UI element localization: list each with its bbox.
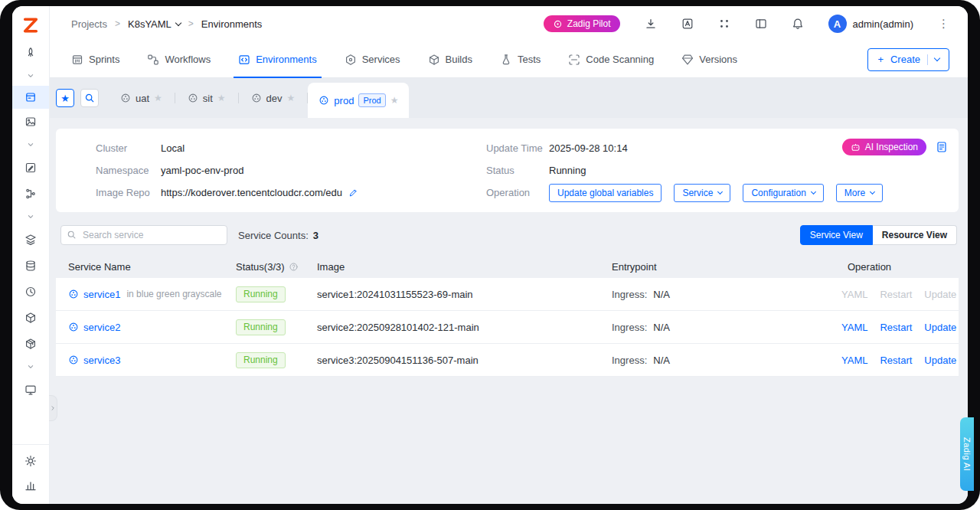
ingress-value: N/A: [653, 322, 670, 333]
yaml-link[interactable]: YAML: [841, 355, 867, 366]
update-link[interactable]: Update: [924, 322, 956, 333]
ai-inspection-button[interactable]: AI Inspection: [842, 139, 926, 155]
kebab-menu-icon[interactable]: ⋮: [938, 17, 949, 31]
service-view-button[interactable]: Service View: [800, 225, 873, 245]
tab-environments[interactable]: Environments: [238, 41, 316, 77]
env-tab-sit[interactable]: sit ★: [175, 78, 238, 118]
edit-square-icon[interactable]: [12, 155, 49, 181]
breadcrumb-project-dropdown[interactable]: K8sYAML: [128, 18, 181, 30]
breadcrumb-projects[interactable]: Projects: [71, 18, 107, 30]
download-icon[interactable]: [645, 18, 657, 30]
table-header: Service Name Status(3/3) Image Entrypoin…: [56, 255, 959, 278]
service-name-link[interactable]: service3: [83, 355, 120, 366]
zadig-ai-label: Zadig AI: [962, 437, 972, 471]
tab-label: Workflows: [165, 54, 211, 65]
update-link[interactable]: Update: [924, 355, 956, 366]
topbar-actions: Zadig Pilot A admin(admin) ⋮: [544, 15, 949, 33]
bar-chart-icon[interactable]: [12, 473, 49, 498]
zadig-ai-side-tab[interactable]: Zadig AI: [960, 417, 974, 491]
env-tab-label: uat: [136, 93, 149, 104]
notification-bell-icon[interactable]: [792, 18, 804, 30]
tab-builds[interactable]: Builds: [428, 41, 472, 77]
chevron-down-icon: [811, 188, 816, 194]
gallery-icon[interactable]: [12, 109, 49, 135]
favorite-star-icon[interactable]: ★: [287, 93, 296, 103]
service-circle-icon: [68, 355, 79, 365]
environment-tabs: uat ★ sit ★ dev ★: [108, 78, 409, 118]
apps-grid-icon[interactable]: [718, 18, 730, 30]
service-circle-icon: [68, 289, 79, 299]
status-badge: Running: [236, 352, 286, 368]
update-link: Update: [924, 289, 956, 300]
tab-versions[interactable]: Versions: [681, 41, 737, 77]
create-button[interactable]: + Create: [867, 48, 949, 71]
resource-view-button[interactable]: Resource View: [873, 225, 957, 245]
tab-tests[interactable]: Tests: [500, 41, 541, 77]
database-icon[interactable]: [12, 253, 49, 279]
cluster-label: Cluster: [96, 142, 161, 154]
tests-icon: [500, 54, 512, 66]
service-dropdown-button[interactable]: Service: [674, 184, 730, 202]
configuration-dropdown-button[interactable]: Configuration: [743, 184, 823, 202]
sprints-icon: [71, 54, 83, 66]
favorite-star-icon[interactable]: ★: [390, 95, 399, 106]
service-name-link[interactable]: service1: [83, 289, 120, 300]
breadcrumb-separator: >: [115, 18, 120, 29]
zadig-pilot-button[interactable]: Zadig Pilot: [544, 15, 620, 32]
service-name-link[interactable]: service2: [83, 322, 120, 333]
yaml-link: YAML: [841, 289, 867, 300]
update-time-value: 2025-09-28 10:14: [549, 142, 628, 154]
document-log-icon[interactable]: [936, 141, 948, 153]
sidebar: [12, 6, 50, 504]
chevron-down-icon[interactable]: [12, 66, 49, 86]
restart-link[interactable]: Restart: [880, 322, 912, 333]
monitor-icon[interactable]: [12, 377, 49, 403]
env-tab-uat[interactable]: uat ★: [108, 78, 175, 118]
layout-panel-icon[interactable]: [755, 18, 767, 30]
translate-icon[interactable]: [681, 18, 694, 30]
tab-code-scanning[interactable]: Code Scanning: [568, 41, 654, 77]
restart-link[interactable]: Restart: [880, 355, 912, 366]
favorite-star-icon[interactable]: ★: [217, 93, 226, 103]
favorite-star-icon[interactable]: ★: [154, 93, 162, 103]
box-icon[interactable]: [12, 305, 49, 331]
settings-gear-icon[interactable]: [12, 449, 49, 473]
col-service-name: Service Name: [68, 261, 236, 273]
search-service-input[interactable]: [60, 225, 227, 245]
main-area: Projects > K8sYAML > Environments Zadig …: [50, 6, 968, 504]
project-nav-tabs: Sprints Workflows Environments Services …: [50, 41, 968, 78]
more-dropdown-button[interactable]: More: [836, 184, 883, 202]
table-row: service1 in blue green grayscale Running…: [56, 278, 959, 311]
environments-icon: [238, 54, 250, 66]
chevron-down-icon[interactable]: [12, 207, 49, 227]
tab-sprints[interactable]: Sprints: [71, 41, 119, 77]
env-search-button[interactable]: [80, 89, 99, 107]
image-value: service1:20241031155523-69-main: [317, 289, 612, 300]
user-menu[interactable]: A admin(admin): [828, 15, 913, 33]
edit-pencil-icon[interactable]: [348, 188, 358, 198]
chevron-down-icon[interactable]: [12, 135, 49, 155]
sidebar-item-environments[interactable]: [12, 86, 49, 109]
layers-icon[interactable]: [12, 227, 49, 253]
package-icon[interactable]: [12, 331, 49, 357]
service-counts: Service Counts: 3: [238, 230, 318, 241]
tab-label: Services: [362, 54, 400, 65]
chevron-down-icon[interactable]: [12, 357, 49, 377]
tab-workflows[interactable]: Workflows: [147, 41, 211, 77]
rocket-icon[interactable]: [12, 40, 49, 66]
yaml-link[interactable]: YAML: [841, 322, 867, 333]
env-tab-dev[interactable]: dev ★: [239, 78, 308, 118]
zadig-logo-icon: [21, 15, 41, 35]
help-circle-icon[interactable]: [289, 262, 299, 272]
favorite-filter-button[interactable]: ★: [56, 89, 74, 107]
service-circle-icon: [68, 322, 79, 332]
clock-icon[interactable]: [12, 279, 49, 305]
env-tab-prod[interactable]: prod Prod ★: [308, 83, 409, 118]
tab-services[interactable]: Services: [345, 41, 400, 77]
status-label: Status: [486, 165, 549, 176]
pipeline-icon[interactable]: [12, 181, 49, 207]
update-global-variables-button[interactable]: Update global variables: [549, 184, 662, 202]
sidebar-collapse-handle[interactable]: [49, 395, 57, 421]
tab-label: Environments: [256, 54, 316, 65]
sidebar-bottom: [12, 444, 49, 504]
